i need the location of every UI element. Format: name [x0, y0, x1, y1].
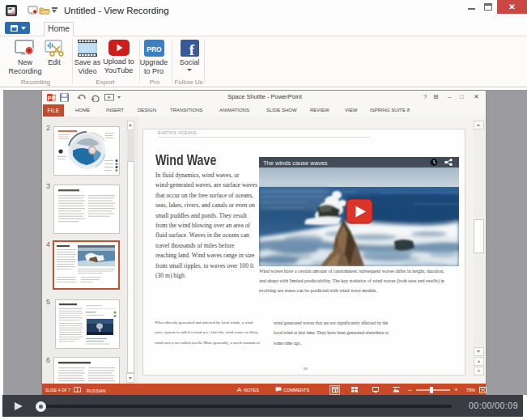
svg-text:The winds cause waves: The winds cause waves — [263, 159, 328, 167]
svg-text:PRO: PRO — [147, 45, 162, 53]
svg-text:f: f — [189, 41, 194, 57]
